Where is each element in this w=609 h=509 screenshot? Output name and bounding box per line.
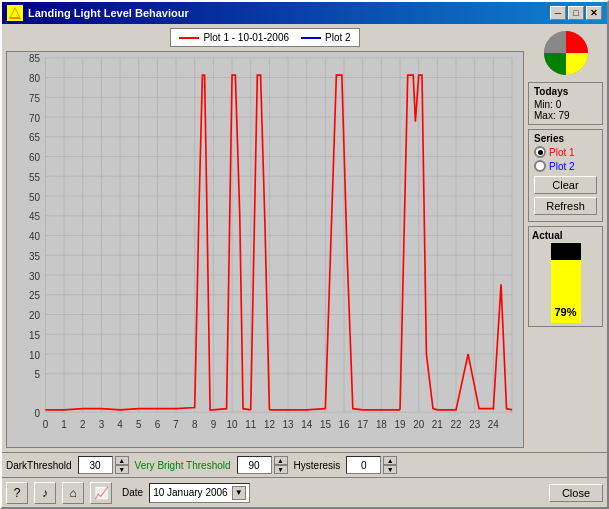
main-content: Plot 1 - 10-01-2006 Plot 2 (2, 24, 607, 452)
plot2-label: Plot 2 (549, 161, 575, 172)
svg-text:23: 23 (469, 419, 480, 430)
legend-plot1: Plot 1 - 10-01-2006 (179, 32, 289, 43)
radio-dot-plot2 (534, 160, 546, 172)
svg-text:25: 25 (29, 290, 40, 301)
dark-threshold-down[interactable]: ▼ (115, 465, 129, 474)
svg-text:15: 15 (29, 330, 40, 341)
svg-text:11: 11 (245, 419, 256, 430)
chart-legend: Plot 1 - 10-01-2006 Plot 2 (170, 28, 359, 47)
svg-text:21: 21 (432, 419, 443, 430)
actual-title: Actual (532, 230, 599, 241)
svg-text:50: 50 (29, 191, 40, 202)
dark-threshold-spinbox: ▲ ▼ (78, 456, 129, 474)
svg-text:30: 30 (29, 270, 40, 281)
svg-text:12: 12 (264, 419, 275, 430)
svg-text:5: 5 (136, 419, 142, 430)
svg-text:3: 3 (99, 419, 105, 430)
svg-text:75: 75 (29, 93, 40, 104)
svg-text:10: 10 (29, 349, 40, 360)
actual-panel: Actual 79% (528, 226, 603, 327)
date-dropdown-arrow[interactable]: ▼ (232, 486, 246, 500)
maximize-button[interactable]: □ (568, 6, 584, 20)
legend-plot2: Plot 2 (301, 32, 351, 43)
window-title: Landing Light Level Behaviour (28, 7, 189, 19)
svg-text:6: 6 (155, 419, 161, 430)
date-value: 10 January 2006 (153, 487, 228, 498)
svg-text:13: 13 (283, 419, 294, 430)
svg-text:18: 18 (376, 419, 387, 430)
plot1-label: Plot 1 (549, 147, 575, 158)
legend-line-blue (301, 37, 321, 39)
vb-threshold-up[interactable]: ▲ (274, 456, 288, 465)
svg-text:55: 55 (29, 172, 40, 183)
chart-svg: 85 80 75 70 65 60 55 50 45 40 35 30 25 2… (7, 52, 523, 447)
svg-text:65: 65 (29, 132, 40, 143)
radio-plot2[interactable]: Plot 2 (534, 160, 597, 172)
close-window-button[interactable]: ✕ (586, 6, 602, 20)
svg-text:20: 20 (29, 310, 40, 321)
series-panel: Series Plot 1 Plot 2 Clear Refresh (528, 129, 603, 222)
vb-threshold-input[interactable] (237, 456, 272, 474)
clear-button[interactable]: Clear (534, 176, 597, 194)
app-icon (7, 5, 23, 21)
svg-text:7: 7 (173, 419, 179, 430)
todays-panel: Todays Min: 0 Max: 79 (528, 82, 603, 125)
svg-text:24: 24 (488, 419, 499, 430)
svg-text:40: 40 (29, 231, 40, 242)
svg-text:16: 16 (339, 419, 350, 430)
chart-button[interactable]: 📈 (90, 482, 112, 504)
svg-text:45: 45 (29, 211, 40, 222)
music-button[interactable]: ♪ (34, 482, 56, 504)
chart-container: 85 80 75 70 65 60 55 50 45 40 35 30 25 2… (6, 51, 524, 448)
dark-threshold-up[interactable]: ▲ (115, 456, 129, 465)
bottom-controls: DarkThreshold ▲ ▼ Very Bright Threshold … (2, 452, 607, 477)
title-bar-content: Landing Light Level Behaviour (7, 5, 189, 21)
svg-text:19: 19 (395, 419, 406, 430)
bottom-bar: ? ♪ ⌂ 📈 Date 10 January 2006 ▼ Close (2, 477, 607, 507)
series-title: Series (534, 133, 597, 144)
date-dropdown[interactable]: 10 January 2006 ▼ (149, 483, 250, 503)
pie-chart-icon (541, 28, 591, 78)
svg-text:0: 0 (34, 408, 40, 419)
actual-bar-container: 79% (551, 243, 581, 323)
dark-threshold-label: DarkThreshold (6, 460, 72, 471)
hysteresis-down[interactable]: ▼ (383, 465, 397, 474)
vb-threshold-spinbox: ▲ ▼ (237, 456, 288, 474)
todays-title: Todays (534, 86, 597, 97)
title-bar: Landing Light Level Behaviour ─ □ ✕ (2, 2, 607, 24)
todays-max: Max: 79 (534, 110, 597, 121)
svg-text:0: 0 (43, 419, 49, 430)
hysteresis-input[interactable] (346, 456, 381, 474)
svg-text:35: 35 (29, 251, 40, 262)
date-label: Date (122, 487, 143, 498)
vb-threshold-spin-buttons: ▲ ▼ (274, 456, 288, 474)
hysteresis-spinbox: ▲ ▼ (346, 456, 397, 474)
radio-dot-plot1 (534, 146, 546, 158)
svg-text:10: 10 (227, 419, 238, 430)
svg-text:15: 15 (320, 419, 331, 430)
close-button[interactable]: Close (549, 484, 603, 502)
chart-area: Plot 1 - 10-01-2006 Plot 2 (6, 28, 524, 448)
svg-text:9: 9 (211, 419, 217, 430)
svg-text:4: 4 (117, 419, 123, 430)
svg-text:14: 14 (301, 419, 312, 430)
dark-threshold-input[interactable] (78, 456, 113, 474)
vb-threshold-down[interactable]: ▼ (274, 465, 288, 474)
svg-text:20: 20 (413, 419, 424, 430)
svg-text:1: 1 (61, 419, 67, 430)
legend-plot1-label: Plot 1 - 10-01-2006 (203, 32, 289, 43)
vb-threshold-label: Very Bright Threshold (135, 460, 231, 471)
refresh-button[interactable]: Refresh (534, 197, 597, 215)
help-button[interactable]: ? (6, 482, 28, 504)
minimize-button[interactable]: ─ (550, 6, 566, 20)
svg-text:5: 5 (34, 369, 40, 380)
hysteresis-up[interactable]: ▲ (383, 456, 397, 465)
title-buttons: ─ □ ✕ (550, 6, 602, 20)
legend-plot2-label: Plot 2 (325, 32, 351, 43)
radio-plot1[interactable]: Plot 1 (534, 146, 597, 158)
home-button[interactable]: ⌂ (62, 482, 84, 504)
dark-threshold-spin-buttons: ▲ ▼ (115, 456, 129, 474)
actual-percent: 79% (551, 306, 581, 318)
svg-text:70: 70 (29, 112, 40, 123)
series-radio-group: Plot 1 Plot 2 (534, 146, 597, 172)
